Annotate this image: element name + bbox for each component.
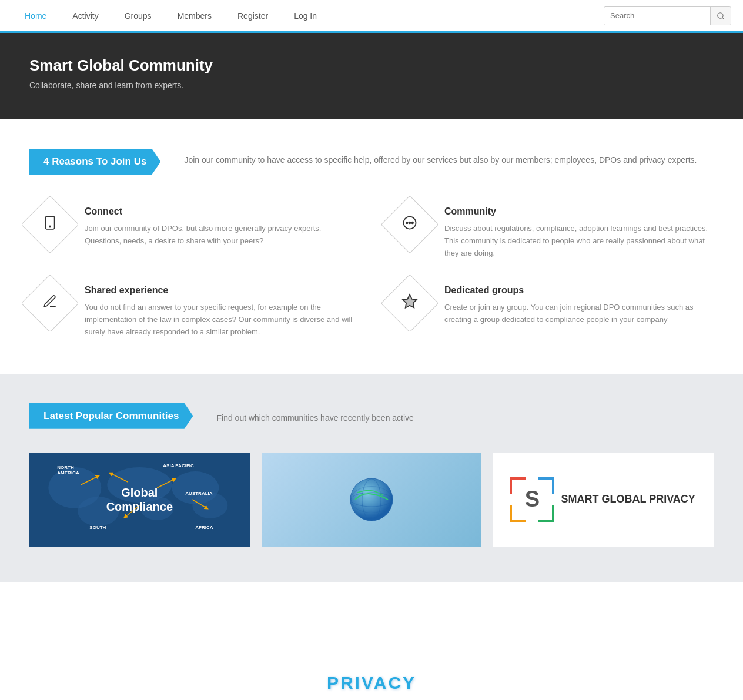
connect-icon-diamond [21, 196, 79, 254]
search-bar [604, 6, 731, 25]
smart-global-privacy-label: SMART GLOBAL PRIVACY [561, 493, 695, 506]
reason-connect-title: Connect [85, 206, 354, 217]
corner-tr [538, 477, 554, 494]
edit-icon [42, 294, 58, 313]
communities-grid: NORTH AMERICA ASIA PACIFIC AUSTRALIA SOU… [29, 453, 714, 547]
svg-point-7 [411, 222, 413, 224]
search-input[interactable] [604, 7, 710, 25]
reason-community: Community Discuss about regulations, com… [389, 204, 714, 259]
smart-logo-box: S [511, 479, 553, 520]
community-icon-diamond [381, 196, 439, 254]
svg-text:AFRICA: AFRICA [195, 525, 213, 530]
reasons-section: 4 Reasons To Join Us Join our community … [0, 119, 743, 374]
svg-line-1 [722, 17, 724, 19]
tablet-icon [42, 215, 58, 234]
nav-login[interactable]: Log In [281, 0, 330, 32]
reasons-header: 4 Reasons To Join Us Join our community … [29, 149, 714, 175]
reason-community-title: Community [444, 206, 714, 217]
smart-s-letter: S [525, 487, 540, 512]
svg-text:AUSTRALIA: AUSTRALIA [185, 491, 212, 496]
nav-links: Home Activity Groups Members Register Lo… [12, 0, 604, 32]
reason-groups-title: Dedicated groups [444, 285, 714, 296]
reason-connect: Connect Join our community of DPOs, but … [29, 204, 354, 259]
community-card-global[interactable]: NORTH AMERICA ASIA PACIFIC AUSTRALIA SOU… [29, 453, 250, 547]
reason-shared-text: Shared experience You do not find an ans… [85, 283, 354, 338]
nav-register[interactable]: Register [225, 0, 281, 32]
svg-point-3 [49, 226, 51, 227]
reason-groups-body: Create or join any group. You can join r… [444, 302, 714, 326]
search-icon [717, 12, 725, 20]
nav-groups[interactable]: Groups [112, 0, 165, 32]
groups-icon-diamond [381, 274, 439, 333]
reasons-badge: 4 Reasons To Join Us [29, 149, 160, 175]
svg-point-25 [350, 478, 393, 521]
svg-point-5 [406, 222, 408, 224]
nav-activity[interactable]: Activity [59, 0, 111, 32]
communities-section: Latest Popular Communities Find out whic… [0, 374, 743, 582]
shared-icon-diamond [21, 274, 79, 333]
star-icon [401, 293, 418, 313]
svg-line-14 [81, 476, 98, 485]
reason-connect-body: Join our community of DPOs, but also mor… [85, 223, 354, 247]
nav-home[interactable]: Home [12, 0, 59, 33]
navigation: Home Activity Groups Members Register Lo… [0, 0, 743, 33]
globe-container: PRIVACY [262, 453, 482, 547]
reason-groups-text: Dedicated groups Create or join any grou… [444, 283, 714, 326]
reason-community-text: Community Discuss about regulations, com… [444, 204, 714, 259]
svg-text:SOUTH: SOUTH [89, 525, 106, 530]
communities-badge: Latest Popular Communities [29, 403, 193, 429]
chat-icon [401, 215, 418, 235]
reason-groups: Dedicated groups Create or join any grou… [389, 283, 714, 338]
corner-bl [510, 505, 526, 522]
svg-text:AMERICA: AMERICA [57, 470, 79, 475]
search-button[interactable] [710, 7, 731, 25]
svg-line-18 [192, 500, 207, 508]
svg-point-0 [718, 12, 723, 18]
reasons-grid: Connect Join our community of DPOs, but … [29, 204, 714, 339]
globe-icon [348, 476, 395, 523]
reason-community-body: Discuss about regulations, compliance, a… [444, 223, 714, 259]
svg-text:NORTH: NORTH [57, 465, 74, 470]
reason-shared: Shared experience You do not find an ans… [29, 283, 354, 338]
hero-section: Smart Global Community Collaborate, shar… [0, 33, 743, 119]
corner-br [538, 505, 554, 522]
reason-connect-text: Connect Join our community of DPOs, but … [85, 204, 354, 247]
nav-members[interactable]: Members [165, 0, 225, 32]
community-card-privacy[interactable]: PRIVACY [262, 453, 482, 547]
global-map-bg: NORTH AMERICA ASIA PACIFIC AUSTRALIA SOU… [29, 453, 250, 547]
svg-point-6 [409, 222, 411, 224]
hero-subtitle: Collaborate, share and learn from expert… [29, 81, 714, 90]
global-compliance-label: Global Compliance [106, 485, 173, 514]
community-card-smart[interactable]: S SMART GLOBAL PRIVACY [493, 453, 714, 547]
svg-text:ASIA PACIFIC: ASIA PACIFIC [163, 463, 194, 468]
communities-header: Latest Popular Communities Find out whic… [29, 403, 714, 429]
hero-title: Smart Global Community [29, 56, 714, 75]
reason-shared-title: Shared experience [85, 285, 354, 296]
svg-line-15 [110, 473, 128, 482]
communities-description: Find out which communities have recently… [216, 410, 413, 423]
reasons-description: Join our community to have access to spe… [184, 149, 697, 166]
corner-tl [510, 477, 526, 494]
reason-shared-body: You do not find an answer to your specif… [85, 302, 354, 338]
